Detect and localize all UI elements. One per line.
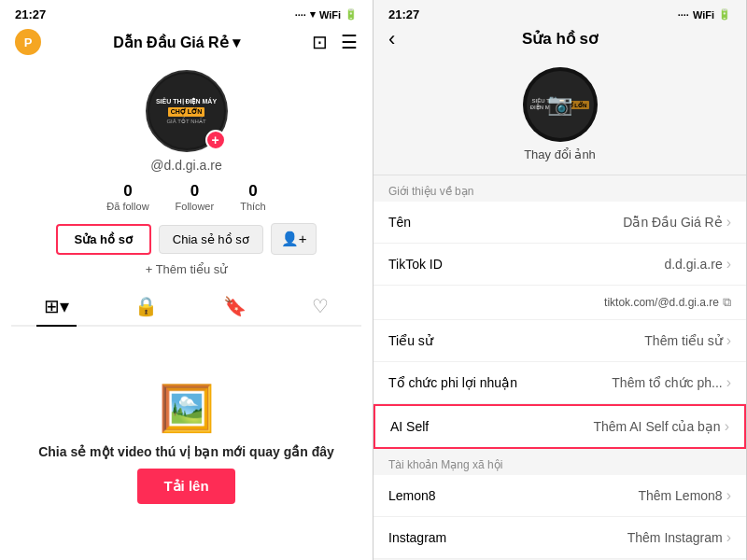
section-intro-title: Giới thiệu về bạn (374, 175, 746, 202)
edit-row-tochuc-value: Thêm tổ chức ph... › (612, 374, 731, 391)
edit-row-tiesu[interactable]: Tiểu sử Thêm tiểu sử › (374, 320, 746, 362)
avatar-add-photo-badge[interactable]: + (205, 130, 226, 150)
edit-row-tiesu-value: Thêm tiểu sử › (644, 332, 731, 349)
profile-section: SIÊU THỊ ĐIỆN MÁY CHỢ LỚN GIÁ TỐT NHẤT +… (0, 63, 373, 286)
stat-follow: 0 Đã follow (106, 182, 148, 212)
edit-avatar[interactable]: SIÊU THỊĐIỆN MÁY CHỢ LỚN 📷 (523, 67, 598, 142)
section-mxh-title: Tài khoản Mạng xã hội (374, 449, 746, 475)
edit-row-tiktok-link[interactable]: tiktok.com/@d.d.gi.a.re ⧉ (374, 286, 746, 320)
right-time: 21:27 (388, 7, 419, 21)
empty-content-text: Chia sẻ một video thú vị bạn mới quay gầ… (38, 444, 334, 459)
lock-icon: 🔒 (134, 296, 158, 316)
edit-profile-button[interactable]: Sửa hồ sơ (56, 224, 151, 255)
avatar-wrap[interactable]: SIÊU THỊ ĐIỆN MÁY CHỢ LỚN GIÁ TỐT NHẤT + (146, 70, 228, 152)
right-battery-icon: 🔋 (718, 8, 731, 21)
edit-row-instagram-value: Thêm Instagram › (627, 529, 731, 546)
edit-row-tiktokid[interactable]: TikTok ID d.d.gi.a.re › (374, 244, 746, 286)
chevron-lemon8-icon: › (726, 487, 731, 504)
header-icons: ⊡ ☰ (312, 31, 358, 53)
right-header: ‹ Sửa hồ sơ (374, 25, 746, 58)
edit-row-instagram[interactable]: Instagram Thêm Instagram › (374, 517, 746, 559)
copy-icon[interactable]: ⧉ (723, 295, 731, 310)
edit-row-aiself[interactable]: AI Self Thêm AI Self của bạn › (374, 404, 746, 449)
right-status-icons: ···· WiFi 🔋 (678, 8, 731, 21)
heart-icon: ♡ (312, 296, 329, 316)
back-button[interactable]: ‹ (388, 27, 395, 51)
right-wifi-icon: WiFi (693, 9, 714, 21)
edit-row-ten[interactable]: Tên Dẫn Đầu Giá Rẻ › (374, 202, 746, 244)
camera-icon: 📷 (523, 67, 598, 142)
edit-profile-scroll[interactable]: SIÊU THỊĐIỆN MÁY CHỢ LỚN 📷 Thay đổi ảnh … (374, 58, 746, 560)
chevron-instagram-icon: › (726, 529, 731, 546)
stat-follower: 0 Follower (176, 182, 215, 212)
wifi-signal-icon: WiFi (319, 9, 341, 21)
add-friend-icon: 👤+ (281, 231, 307, 246)
left-phone-panel: 21:27 ···· ▾ WiFi 🔋 P Dẫn Đầu Giá Rẻ ▾ ⊡… (0, 0, 374, 560)
menu-icon[interactable]: ☰ (341, 31, 358, 53)
edit-avatar-section[interactable]: SIÊU THỊĐIỆN MÁY CHỢ LỚN 📷 Thay đổi ảnh (374, 58, 746, 175)
tab-liked[interactable]: ♡ (304, 291, 336, 325)
left-status-bar: 21:27 ···· ▾ WiFi 🔋 (0, 0, 373, 25)
wifi-icon: ▾ (310, 8, 316, 21)
dropdown-chevron-icon[interactable]: ▾ (233, 34, 240, 51)
share-profile-button[interactable]: Chia sẻ hồ sơ (159, 225, 263, 254)
chevron-tiesu-icon: › (726, 332, 731, 349)
grid-icon: ⊞ (44, 296, 60, 316)
tab-saved[interactable]: 🔖 (216, 291, 254, 325)
change-photo-label[interactable]: Thay đổi ảnh (524, 147, 596, 161)
stats-row: 0 Đã follow 0 Follower 0 Thích (106, 182, 265, 212)
right-signal-icon: ···· (678, 9, 689, 21)
chevron-aiself-icon: › (725, 418, 729, 435)
qr-icon[interactable]: ⊡ (312, 31, 328, 53)
empty-content-area: 🖼️ Chia sẻ một video thú vị bạn mới quay… (0, 327, 373, 560)
signal-icon: ···· (295, 9, 306, 21)
battery-icon: 🔋 (345, 8, 358, 21)
stat-thich: 0 Thích (240, 182, 266, 212)
edit-row-lemon8[interactable]: Lemon8 Thêm Lemon8 › (374, 475, 746, 517)
edit-row-ten-value: Dẫn Đầu Giá Rẻ › (623, 214, 731, 231)
left-status-icons: ···· ▾ WiFi 🔋 (295, 8, 358, 21)
tiktok-link-value: tiktok.com/@d.d.gi.a.re ⧉ (604, 295, 731, 310)
add-bio-link[interactable]: + Thêm tiểu sử (146, 262, 228, 276)
right-phone-panel: 21:27 ···· WiFi 🔋 ‹ Sửa hồ sơ SIÊU THỊĐI… (374, 0, 747, 560)
chevron-ten-icon: › (726, 214, 731, 231)
chevron-tiktokid-icon: › (726, 256, 731, 273)
edit-row-tochuc[interactable]: Tổ chức phi lợi nhuận Thêm tổ chức ph...… (374, 362, 746, 404)
header-title: Dẫn Đầu Giá Rẻ ▾ (113, 34, 239, 51)
chevron-tochuc-icon: › (726, 374, 731, 391)
upload-button[interactable]: Tải lên (137, 469, 234, 504)
right-page-title: Sửa hồ sơ (522, 29, 598, 49)
right-status-bar: 21:27 ···· WiFi 🔋 (374, 0, 746, 25)
content-tabs: ⊞▾ 🔒 🔖 ♡ (11, 286, 361, 327)
add-friend-button[interactable]: 👤+ (271, 223, 317, 255)
profile-initial-badge: P (15, 29, 41, 55)
username-label: @d.d.gi.a.re (150, 158, 221, 173)
action-buttons: Sửa hồ sơ Chia sẻ hồ sơ 👤+ (56, 223, 317, 255)
tab-locked[interactable]: 🔒 (127, 291, 165, 325)
edit-row-tiktokid-value: d.d.gi.a.re › (664, 256, 731, 273)
edit-row-aiself-value: Thêm AI Self của bạn › (593, 418, 729, 435)
tab-videos[interactable]: ⊞▾ (36, 291, 77, 325)
empty-gallery-icon: 🖼️ (159, 383, 215, 435)
bookmark-icon: 🔖 (223, 296, 247, 316)
left-time: 21:27 (15, 7, 46, 21)
edit-row-lemon8-value: Thêm Lemon8 › (638, 487, 731, 504)
left-header: P Dẫn Đầu Giá Rẻ ▾ ⊡ ☰ (0, 25, 373, 63)
